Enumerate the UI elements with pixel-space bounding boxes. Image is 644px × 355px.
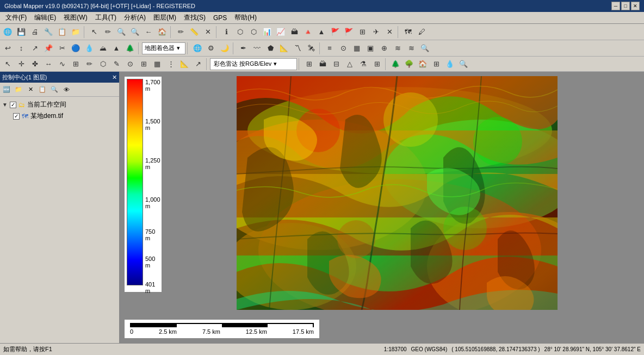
panel-close-button[interactable]: ✕ <box>112 74 117 81</box>
tb2-4[interactable]: 📌 <box>42 42 55 55</box>
tb-extra-2[interactable]: 🖊 <box>415 26 428 39</box>
tb2-lidar5[interactable]: ⊕ <box>377 42 391 55</box>
tb2-9[interactable]: ▲ <box>110 42 123 55</box>
menu-edit[interactable]: 编辑(E) <box>31 12 59 23</box>
tb2-lidar7[interactable]: ≋ <box>405 42 418 55</box>
tb3-2[interactable]: ✛ <box>15 58 28 71</box>
feature-2[interactable]: ⬡ <box>233 26 246 39</box>
feature-6[interactable]: 🏔 <box>288 26 301 39</box>
tb3-11[interactable]: ⊞ <box>137 58 150 71</box>
panel-open[interactable]: 📁 <box>13 84 24 95</box>
feature-5[interactable]: 📈 <box>274 26 287 39</box>
menu-gps[interactable]: GPS <box>210 13 230 23</box>
select-tool[interactable]: ↖ <box>88 26 101 39</box>
config-button[interactable]: 🔧 <box>42 26 55 39</box>
feature-1[interactable]: ℹ <box>220 26 233 39</box>
tb2-5[interactable]: ✂ <box>55 42 69 55</box>
tb2-lidar4[interactable]: ▣ <box>364 42 377 55</box>
feature-12[interactable]: ✈ <box>369 26 382 39</box>
tb3-19[interactable]: △ <box>343 58 356 71</box>
tb-btn-2[interactable]: 📁 <box>69 26 82 39</box>
tb3-4[interactable]: ↔ <box>42 58 55 71</box>
tb3-21[interactable]: ⊞ <box>370 58 383 71</box>
draw-line[interactable]: 📏 <box>188 26 201 39</box>
feature-13[interactable]: ✕ <box>383 26 396 39</box>
tb3-7[interactable]: ✏ <box>83 58 96 71</box>
color-radar-dropdown[interactable]: 彩色雷达 按RGB/Elev ▾ <box>210 58 297 70</box>
tb2-path[interactable]: 〽 <box>291 42 304 55</box>
measure-tool[interactable]: ✏ <box>101 26 114 39</box>
file-layer-item[interactable]: ✓ 🗺 某地dem.tif <box>13 110 117 122</box>
tb-btn-1[interactable]: 📋 <box>55 26 69 39</box>
panel-close2[interactable]: ✕ <box>25 84 36 95</box>
tb2-gps2[interactable]: 🛰 <box>305 42 318 55</box>
tb3-27[interactable]: 🔍 <box>457 58 470 71</box>
tb2-online[interactable]: 🌐 <box>191 42 204 55</box>
tb2-settings[interactable]: ⚙ <box>205 42 218 55</box>
tb2-draw[interactable]: ✒ <box>237 42 250 55</box>
file-checkbox[interactable]: ✓ <box>13 113 20 120</box>
tb3-16[interactable]: ⊞ <box>302 58 315 71</box>
menu-tools[interactable]: 工具(T) <box>92 12 120 23</box>
menu-layers[interactable]: 图层(M) <box>150 12 179 23</box>
tb2-8[interactable]: ⛰ <box>96 42 109 55</box>
home-view[interactable]: 🏠 <box>156 26 169 39</box>
draw-area[interactable]: ✕ <box>201 26 214 39</box>
feature-11[interactable]: ⊞ <box>356 26 369 39</box>
map-color-dropdown[interactable]: 地图着色器 ▾ <box>142 42 185 54</box>
print-button[interactable]: 🖨 <box>28 26 41 39</box>
zoom-out[interactable]: 🔍 <box>128 26 141 39</box>
panel-zoom[interactable]: 🔍 <box>49 84 60 95</box>
globe-button[interactable]: 🌐 <box>1 26 14 39</box>
tb2-7[interactable]: 💧 <box>83 42 96 55</box>
map-view[interactable]: 1,700 m 1,500 m 1,250 m 1,000 m 750 m 50… <box>120 72 644 343</box>
menu-file[interactable]: 文件(F) <box>2 12 30 23</box>
panel-eye[interactable]: 👁 <box>61 84 72 95</box>
tb3-15[interactable]: ↗ <box>191 58 205 71</box>
pan-back[interactable]: ← <box>142 26 155 39</box>
feature-8[interactable]: ▲ <box>315 26 328 39</box>
draw-point[interactable]: ✏ <box>174 26 187 39</box>
tb3-5[interactable]: ∿ <box>55 58 69 71</box>
tb3-8[interactable]: ⬡ <box>96 58 109 71</box>
panel-new[interactable]: 🆕 <box>1 84 12 95</box>
tb3-6[interactable]: ⊞ <box>69 58 82 71</box>
tb3-18[interactable]: ⊟ <box>330 58 343 71</box>
feature-3[interactable]: ⬡ <box>247 26 260 39</box>
tb3-25[interactable]: ⊞ <box>430 58 443 71</box>
tb3-12[interactable]: ▦ <box>151 58 164 71</box>
tb2-lidar8[interactable]: 🔍 <box>418 42 431 55</box>
tb-extra-1[interactable]: 🗺 <box>401 26 414 39</box>
feature-9[interactable]: 🚩 <box>329 26 342 39</box>
menu-find[interactable]: 查找(S) <box>181 12 209 23</box>
tb3-24[interactable]: 🏠 <box>416 58 429 71</box>
tb2-6[interactable]: 🔵 <box>69 42 82 55</box>
save-button[interactable]: 💾 <box>15 26 28 39</box>
tb3-26[interactable]: 💧 <box>443 58 456 71</box>
tb3-9[interactable]: ✎ <box>110 58 123 71</box>
feature-7[interactable]: 🔺 <box>301 26 314 39</box>
tb2-curve[interactable]: 〰 <box>250 42 263 55</box>
tb3-17[interactable]: 🏔 <box>316 58 329 71</box>
tb2-10[interactable]: 🌲 <box>123 42 137 55</box>
feature-4[interactable]: 📊 <box>261 26 274 39</box>
close-button[interactable]: ✕ <box>631 2 640 10</box>
tb2-lidar1[interactable]: ≡ <box>323 42 336 55</box>
feature-10[interactable]: 🚩 <box>342 26 355 39</box>
panel-settings[interactable]: 📋 <box>37 84 48 95</box>
tb3-20[interactable]: ⚗ <box>357 58 370 71</box>
menu-help[interactable]: 帮助(H) <box>231 12 260 23</box>
tb2-night[interactable]: 🌙 <box>218 42 231 55</box>
workspace-expand[interactable]: ▼ <box>2 102 8 108</box>
tb3-22[interactable]: 🌲 <box>389 58 402 71</box>
tb3-10[interactable]: ⊙ <box>123 58 137 71</box>
maximize-button[interactable]: □ <box>621 2 630 10</box>
tb2-measure2[interactable]: 📐 <box>277 42 290 55</box>
tb2-1[interactable]: ↩ <box>1 42 14 55</box>
tb3-3[interactable]: ✤ <box>28 58 41 71</box>
workspace-item[interactable]: ▼ ✓ 🗂 当前工作空间 <box>2 99 117 110</box>
tb2-lidar2[interactable]: ⊙ <box>337 42 350 55</box>
workspace-checkbox[interactable]: ✓ <box>10 102 16 108</box>
menu-analysis[interactable]: 分析(A) <box>121 12 149 23</box>
tb2-lidar6[interactable]: ≋ <box>391 42 404 55</box>
